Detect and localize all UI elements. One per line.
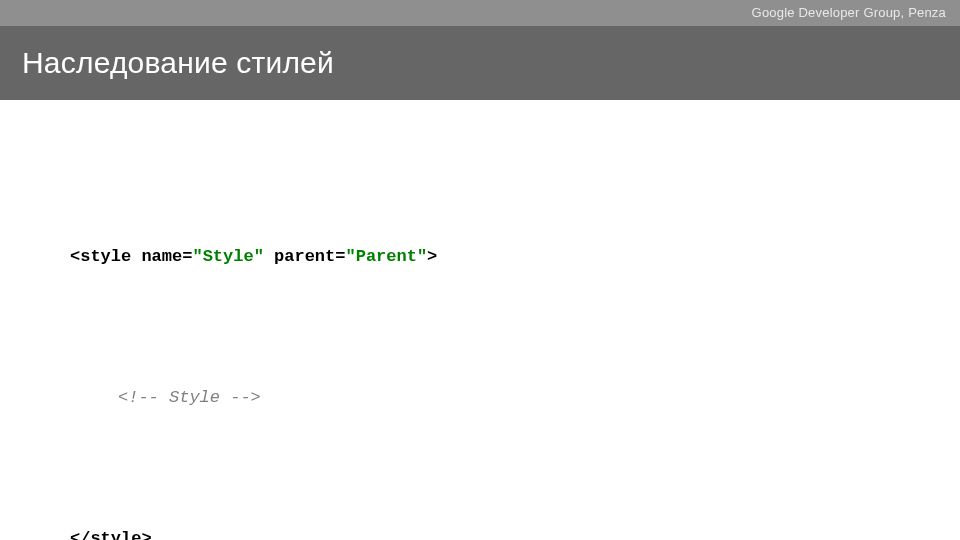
code-attr: name=	[141, 247, 192, 266]
code-block: <style name="Style" parent="Parent"> <!-…	[70, 150, 920, 540]
code-line: </style>	[70, 527, 920, 540]
code-value: "Style"	[192, 247, 263, 266]
code-tag: style	[80, 247, 131, 266]
code-punct: >	[141, 529, 151, 540]
code-space	[264, 247, 274, 266]
code-tag: style	[90, 529, 141, 540]
code-space	[131, 247, 141, 266]
slide: Google Developer Group, Penza Наследован…	[0, 0, 960, 540]
code-value: "Parent"	[345, 247, 427, 266]
slide-title: Наследование стилей	[22, 46, 334, 80]
code-punct: <	[70, 247, 80, 266]
code-line: <style name="Style" parent="Parent">	[70, 245, 920, 269]
code-comment: <!-- Style -->	[118, 388, 261, 407]
title-bar: Наследование стилей	[0, 26, 960, 100]
code-punct: </	[70, 529, 90, 540]
code-line: <!-- Style -->	[118, 386, 920, 410]
code-attr: parent=	[274, 247, 345, 266]
org-label: Google Developer Group, Penza	[752, 5, 946, 20]
topbar: Google Developer Group, Penza	[0, 0, 960, 26]
code-punct: >	[427, 247, 437, 266]
